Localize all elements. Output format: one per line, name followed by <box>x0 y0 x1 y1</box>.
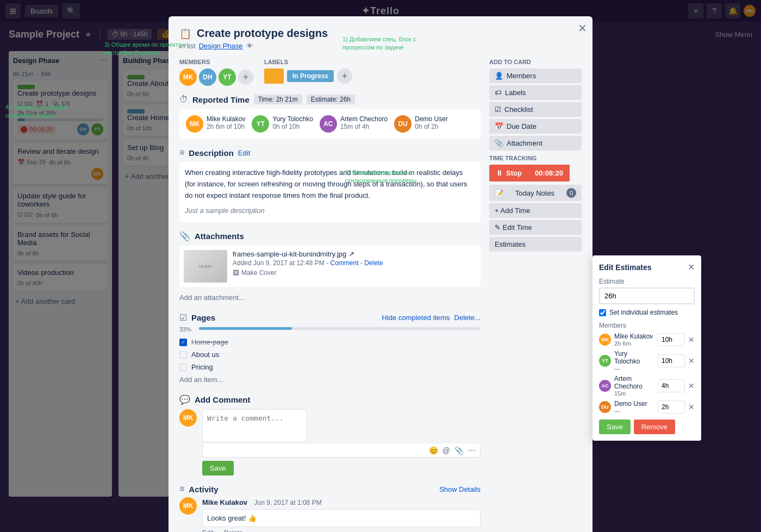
add-member-button[interactable]: + <box>238 70 253 85</box>
member-name: Artem Chechoro <box>614 375 654 390</box>
attachment-button[interactable]: 📎 <box>454 446 464 455</box>
delete-link[interactable]: Delete... <box>454 314 481 322</box>
ep-save-button[interactable]: Save <box>599 420 631 434</box>
checkbox-done[interactable]: ✓ <box>179 339 187 346</box>
checkbox-unchecked[interactable] <box>179 364 187 371</box>
avatar-dh: DH <box>199 68 216 86</box>
activity-item: MK Mike Kulakov Jun 9, 2017 at 1:08 PM L… <box>179 497 481 532</box>
ep-estimate-input[interactable] <box>599 287 695 304</box>
ep-remove-button[interactable]: ✕ <box>688 381 695 390</box>
estimates-popup: Edit Estimates ✕ Estimate Set individual… <box>592 255 701 441</box>
list-link[interactable]: Design Phase <box>199 42 243 50</box>
member-info: Yury Tolochko 0h of 10h <box>272 115 313 130</box>
section-title: Description <box>189 148 234 158</box>
labels-group: LABELS In Progress + <box>264 59 352 86</box>
avatar: YT <box>252 115 269 133</box>
activity-header: ≡ Activity Show Details <box>179 484 481 494</box>
section-header: ⏱ Reported Time Time: 2h 21m Estimate: 2… <box>179 95 481 104</box>
checklist-bar-wrap <box>199 327 481 330</box>
comment-link[interactable]: Comment <box>330 259 358 267</box>
ep-checkbox[interactable] <box>599 309 606 316</box>
ep-members-title: Members <box>599 322 695 329</box>
activity-actions: Edit · Delete <box>202 529 481 532</box>
ep-remove-button[interactable]: ✕ <box>688 335 695 344</box>
member-time: — <box>614 365 654 372</box>
item-label: About us <box>191 351 219 359</box>
ep-est-input[interactable] <box>658 354 685 367</box>
add-label-button[interactable]: + <box>337 68 352 84</box>
make-cover-button[interactable]: 🖼 Make Cover <box>233 269 383 277</box>
edit-link[interactable]: Edit <box>202 529 214 532</box>
add-to-card-section: ADD TO CARD 👤 Members 🏷 Labels ☑ Checkli… <box>489 59 582 151</box>
due-date-sidebar-button[interactable]: 📅 Due Date <box>489 119 582 134</box>
checkbox-unchecked[interactable] <box>179 351 187 359</box>
estimates-button[interactable]: Estimates <box>489 237 582 252</box>
edit-link[interactable]: Edit <box>238 149 250 157</box>
format-button[interactable]: ⋯ <box>468 446 476 455</box>
rt-member-du: DU Demo User 0h of 2h <box>394 115 448 133</box>
member-info: Artem Chechoro 15m <box>614 375 654 397</box>
member-info: Mike Kulakov 2h 6m of 10h <box>207 115 245 130</box>
delete-link[interactable]: Delete <box>364 259 383 267</box>
pages-section: ☑ Pages Hide completed items Delete... 3… <box>179 312 481 386</box>
ep-est-input[interactable] <box>658 333 685 346</box>
member-name: Mike Kulakov <box>614 333 654 340</box>
avatar: DU <box>599 401 611 413</box>
activity-section: ≡ Activity Show Details MK Mike Kulakov … <box>179 484 481 532</box>
label-orange <box>264 68 284 84</box>
member-time: 2h 6m <box>614 340 654 347</box>
attach-icon: 📎 <box>179 231 190 241</box>
avatar-yt: YT <box>219 68 236 86</box>
delete-link[interactable]: Delete <box>224 529 243 532</box>
card-modal: ✕ 📋 Create prototype designs in list Des… <box>169 16 592 532</box>
avatar: MK <box>599 334 611 346</box>
emoji-button[interactable]: 😊 <box>429 446 438 455</box>
ep-remove-button[interactable]: ✕ <box>688 403 695 411</box>
rt-member-ac: AC Artem Chechoro 15m of 4h <box>320 115 388 133</box>
modal-main: MEMBERS MK DH YT + LABELS In Progress <box>179 59 481 532</box>
hide-completed-link[interactable]: Hide completed items <box>382 314 450 322</box>
ep-remove-all-button[interactable]: Remove <box>634 420 675 434</box>
attachment-sidebar-button[interactable]: 📎 Attachment <box>489 136 582 151</box>
add-item-button[interactable]: Add an item... <box>179 373 223 386</box>
member-time: — <box>614 408 654 414</box>
attachment-item: UI KIT frames-sample-ui-kit-bunindmitry.… <box>179 246 481 287</box>
edit-time-button[interactable]: ✎ Edit Time <box>489 220 582 235</box>
ep-remove-button[interactable]: ✕ <box>688 356 695 365</box>
ep-footer: Save Remove <box>599 420 695 434</box>
member-time: 15m <box>614 390 654 397</box>
filename: frames-sample-ui-kit-bunindmitry.jpg ↗ <box>233 250 383 258</box>
labels-row: In Progress + <box>264 68 352 84</box>
labels-sidebar-button[interactable]: 🏷 Labels <box>489 85 582 100</box>
desc-sample: Just a sample description <box>185 205 475 217</box>
member-info: Mike Kulakov 2h 6m <box>614 333 654 347</box>
member-name: Demo User <box>614 400 654 408</box>
item-label: Home-page <box>191 338 228 346</box>
calendar-icon: 📅 <box>495 122 503 130</box>
mention-button[interactable]: @ <box>442 446 450 455</box>
checklist-sidebar-button[interactable]: ☑ Checklist <box>489 102 582 117</box>
activity-avatar: MK <box>179 497 197 515</box>
member-info: Artem Chechoro 15m of 4h <box>340 115 388 130</box>
activity-content: Mike Kulakov Jun 9, 2017 at 1:08 PM Look… <box>202 497 481 532</box>
comment-save-button[interactable]: Save <box>202 461 234 475</box>
time-total-badge: Time: 2h 21m <box>254 95 302 104</box>
today-notes-button[interactable]: 📝 Today Notes 0 <box>489 185 582 201</box>
ep-close-button[interactable]: ✕ <box>688 262 695 272</box>
checklist-item-homepage: ✓ Home-page <box>179 336 481 348</box>
avatar: MK <box>186 115 203 133</box>
comment-textarea[interactable] <box>202 409 307 442</box>
section-title: Pages <box>191 313 215 322</box>
show-details-link[interactable]: Show Details <box>439 485 481 493</box>
add-attachment-button[interactable]: Add an attachment... <box>179 291 245 304</box>
members-sidebar-button[interactable]: 👤 Members <box>489 68 582 83</box>
modal-close-button[interactable]: ✕ <box>578 22 587 35</box>
member-info: Demo User — <box>614 400 654 414</box>
ep-est-input[interactable] <box>658 379 685 392</box>
member-info: Demo User 0h of 2h <box>415 115 448 130</box>
ep-est-input[interactable] <box>658 400 685 414</box>
image-icon: 🖼 <box>233 269 239 277</box>
members-group: MEMBERS MK DH YT + <box>179 59 253 86</box>
add-time-button[interactable]: + Add Time <box>489 203 582 218</box>
stop-button[interactable]: ⏸ Stop <box>489 165 528 181</box>
